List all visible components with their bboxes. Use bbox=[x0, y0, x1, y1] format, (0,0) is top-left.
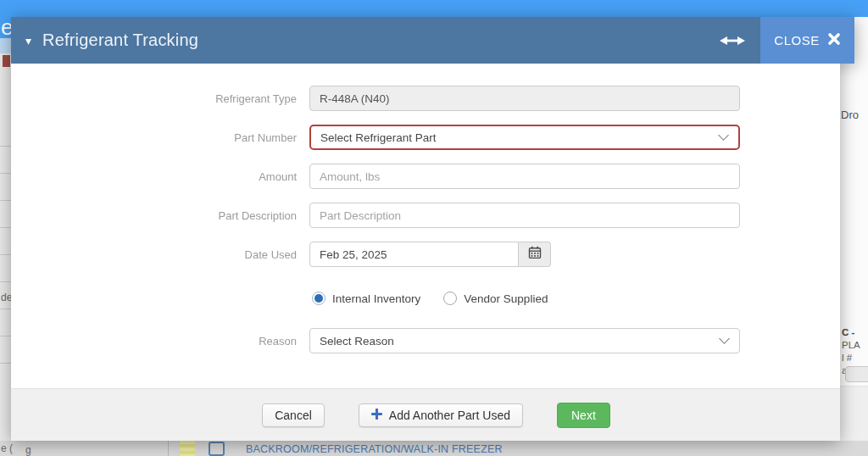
amount-input[interactable] bbox=[309, 164, 740, 189]
collapse-caret-icon[interactable]: ▾ bbox=[25, 34, 31, 47]
background-header-text-fragment: e bbox=[0, 17, 12, 38]
radio-selected-icon bbox=[312, 292, 326, 305]
modal-footer: Cancel Add Another Part Used Next bbox=[11, 388, 840, 441]
date-input-group bbox=[309, 242, 551, 267]
chevron-down-icon bbox=[718, 130, 729, 141]
next-button[interactable]: Next bbox=[557, 403, 610, 428]
plus-icon bbox=[371, 409, 382, 422]
refrigerant-tracking-modal: ▾ Refrigerant Tracking CLOSE bbox=[11, 17, 854, 441]
location-link[interactable]: BACKROOM/REFRIGERATION/WALK-IN FREEZER bbox=[246, 443, 503, 455]
close-x-icon bbox=[827, 32, 841, 48]
part-number-selected-value: Select Refrigerant Part bbox=[320, 131, 437, 144]
add-another-part-label: Add Another Part Used bbox=[389, 409, 510, 422]
inventory-source-options: Internal Inventory Vendor Supplied bbox=[312, 291, 840, 306]
background-subheader-fragment bbox=[0, 38, 12, 53]
close-button-label: CLOSE bbox=[774, 33, 819, 47]
calendar-button[interactable] bbox=[519, 242, 551, 267]
reason-label: Reason bbox=[11, 335, 309, 348]
reason-row: Reason Select Reason bbox=[11, 328, 840, 353]
background-text-fragment: e ( bbox=[1, 442, 13, 454]
row-status-stripe bbox=[180, 441, 195, 456]
close-button[interactable]: CLOSE bbox=[760, 17, 854, 64]
cancel-button[interactable]: Cancel bbox=[262, 403, 325, 427]
reason-select[interactable]: Select Reason bbox=[309, 328, 740, 353]
part-number-row: Part Number Select Refrigerant Part bbox=[11, 125, 840, 150]
calendar-icon bbox=[528, 246, 542, 263]
internal-inventory-label: Internal Inventory bbox=[332, 292, 420, 305]
modal-title: Refrigerant Tracking bbox=[42, 31, 198, 50]
modal-body: Refrigerant Type Part Number Select Refr… bbox=[11, 64, 840, 388]
background-page-topbar bbox=[0, 0, 868, 17]
part-description-row: Part Description bbox=[11, 203, 840, 228]
background-red-badge-fragment bbox=[3, 55, 10, 67]
refrigerant-type-label: Refrigerant Type bbox=[11, 92, 309, 105]
part-description-input[interactable] bbox=[309, 203, 740, 228]
background-list-row: e ( g BACKROOM/REFRIGERATION/WALK-IN FRE… bbox=[0, 441, 868, 456]
cancel-button-label: Cancel bbox=[275, 409, 312, 422]
row-checkbox[interactable] bbox=[209, 442, 225, 456]
page: e de Dro C - PLA l # ag: e ( g BACKROOM/… bbox=[0, 0, 868, 456]
amount-label: Amount bbox=[11, 170, 309, 183]
background-left-table-edge: e de bbox=[0, 17, 12, 441]
modal-header-bar: ▾ Refrigerant Tracking bbox=[11, 17, 760, 64]
add-another-part-button[interactable]: Add Another Part Used bbox=[359, 403, 523, 427]
date-used-row: Date Used bbox=[11, 242, 840, 267]
column-divider bbox=[168, 441, 169, 456]
part-number-label: Part Number bbox=[11, 131, 309, 144]
next-button-label: Next bbox=[571, 409, 596, 422]
vendor-supplied-label: Vendor Supplied bbox=[464, 292, 548, 305]
date-used-label: Date Used bbox=[11, 248, 309, 261]
reason-selected-value: Select Reason bbox=[320, 335, 394, 348]
chevron-down-icon bbox=[719, 333, 730, 344]
background-text-fragment: g bbox=[25, 444, 31, 456]
refrigerant-type-field bbox=[309, 86, 740, 111]
vendor-supplied-radio[interactable]: Vendor Supplied bbox=[443, 292, 548, 305]
resize-horizontal-icon[interactable] bbox=[720, 36, 745, 46]
radio-unselected-icon bbox=[443, 292, 457, 305]
part-description-label: Part Description bbox=[11, 209, 309, 222]
internal-inventory-radio[interactable]: Internal Inventory bbox=[312, 292, 420, 305]
part-number-select[interactable]: Select Refrigerant Part bbox=[309, 125, 740, 150]
date-used-input[interactable] bbox=[309, 242, 519, 267]
amount-row: Amount bbox=[11, 164, 840, 189]
modal-header: ▾ Refrigerant Tracking CLOSE bbox=[11, 17, 854, 64]
refrigerant-type-row: Refrigerant Type bbox=[11, 86, 840, 111]
